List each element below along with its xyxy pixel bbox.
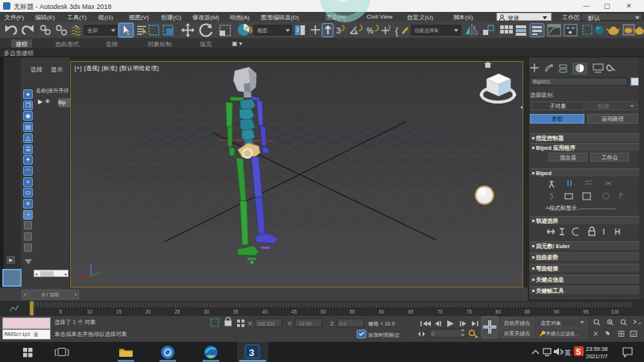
- svg-text:S: S: [576, 348, 581, 356]
- svg-text:60: 60: [379, 309, 385, 314]
- svg-text:-14.94: -14.94: [297, 321, 312, 326]
- svg-text:🔑关键点过滤器...: 🔑关键点过滤器...: [540, 330, 579, 337]
- svg-text:168.534: 168.534: [257, 321, 275, 326]
- svg-text:3: 3: [336, 26, 341, 35]
- svg-text:35: 35: [233, 309, 239, 314]
- svg-text:40: 40: [262, 309, 268, 314]
- svg-text:10: 10: [87, 309, 93, 314]
- svg-text:23:59:38: 23:59:38: [586, 346, 607, 352]
- svg-text:Z:: Z:: [330, 321, 335, 326]
- svg-text:英: 英: [564, 349, 571, 357]
- svg-text:65: 65: [408, 309, 414, 314]
- svg-text:2021/7/7: 2021/7/7: [586, 353, 607, 360]
- svg-text:5: 5: [59, 309, 62, 314]
- svg-text:20: 20: [145, 309, 151, 314]
- svg-text:Y:: Y:: [288, 321, 292, 326]
- svg-text:全部: 全部: [87, 28, 98, 34]
- svg-text:创建选择集: 创建选择集: [414, 28, 439, 34]
- svg-text:视图: 视图: [257, 28, 268, 34]
- svg-text:添加时间标记: 添加时间标记: [367, 332, 400, 338]
- svg-text:0: 0: [432, 331, 435, 337]
- svg-text:50: 50: [321, 309, 326, 314]
- svg-text:70: 70: [437, 309, 443, 314]
- svg-text:设置关键点: 设置关键点: [504, 330, 530, 337]
- svg-text:3: 3: [249, 347, 254, 358]
- svg-text:{: {: [395, 25, 399, 36]
- svg-text:选定对象: 选定对象: [540, 320, 561, 326]
- svg-text:X:: X:: [248, 321, 253, 326]
- svg-text:栅格 = 10.0: 栅格 = 10.0: [368, 321, 395, 327]
- svg-text:15: 15: [116, 309, 122, 314]
- svg-text:55: 55: [350, 309, 356, 314]
- svg-text:25: 25: [174, 309, 180, 314]
- svg-text:80: 80: [496, 309, 502, 314]
- svg-text:自动关键点: 自动关键点: [504, 320, 530, 326]
- svg-text:45: 45: [291, 309, 297, 314]
- svg-text:0.0: 0.0: [339, 321, 346, 326]
- svg-text:%: %: [367, 27, 373, 35]
- svg-text:85: 85: [525, 309, 531, 314]
- svg-text:95: 95: [583, 309, 589, 314]
- svg-text:30: 30: [203, 309, 209, 314]
- svg-text:75: 75: [467, 309, 473, 314]
- svg-text:90: 90: [554, 309, 560, 314]
- svg-text:100: 100: [611, 309, 619, 314]
